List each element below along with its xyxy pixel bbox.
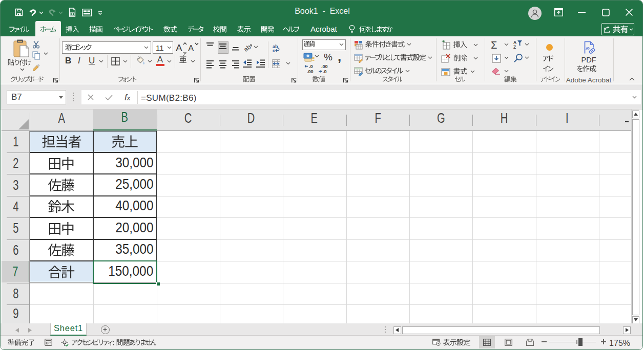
svg-text:.00: .00 — [321, 64, 328, 69]
svg-text:c: c — [273, 48, 275, 52]
svg-text:.0: .0 — [323, 69, 327, 74]
svg-text:Z: Z — [513, 45, 516, 49]
svg-text:A: A — [176, 42, 182, 53]
svg-text:A: A — [188, 43, 194, 53]
svg-text:.0: .0 — [309, 64, 313, 69]
svg-text:.00: .00 — [307, 69, 314, 74]
